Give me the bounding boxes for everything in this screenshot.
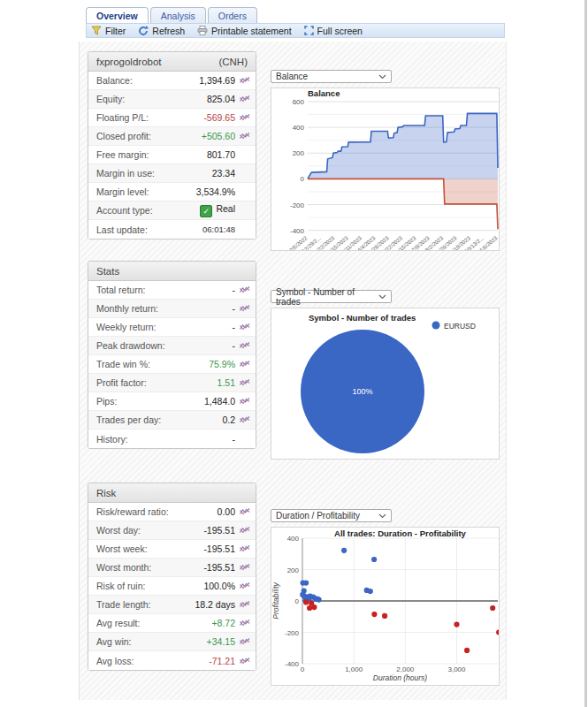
stat-row-floating-p-l: Floating P/L:-569.65: [88, 109, 256, 127]
sparkline-icon[interactable]: [240, 378, 250, 387]
stats-panel-title: Stats: [96, 266, 119, 277]
sparkline-icon[interactable]: [240, 637, 250, 646]
stat-row-worst-month: Worst month:-195.51: [88, 559, 256, 577]
sparkline-icon[interactable]: [240, 544, 250, 553]
full-screen-button[interactable]: Full screen: [304, 26, 363, 36]
stat-label: Risk of ruin:: [96, 581, 145, 591]
stat-label: Floating P/L:: [96, 112, 149, 123]
stat-value: 825.04: [125, 94, 235, 104]
sparkline-icon[interactable]: [240, 76, 250, 85]
svg-text:-400: -400: [285, 660, 300, 668]
stat-row-worst-week: Worst week:-195.51: [88, 540, 256, 559]
stat-row-account-type: Account type:✓Real: [88, 201, 256, 220]
stat-value: -71.21: [134, 656, 235, 666]
stat-label: Avg win:: [96, 636, 132, 647]
stat-value: 3,534.9%: [149, 186, 235, 197]
refresh-button[interactable]: Refresh: [138, 26, 185, 36]
stat-row-trade-length: Trade length:18.2 days: [88, 596, 256, 614]
balance-chart-select[interactable]: Balance: [271, 70, 392, 83]
balance-chart-card: -400-2000200400600Balance12/5/202212/29/…: [271, 87, 500, 251]
printable-statement-button[interactable]: Printable statement: [197, 26, 291, 36]
stat-value: -569.65: [149, 112, 235, 123]
chevron-down-icon: [378, 292, 386, 301]
stat-value: 1.51: [147, 377, 235, 388]
svg-text:-400: -400: [290, 227, 305, 235]
stat-label: Worst day:: [96, 525, 141, 536]
stat-label: Balance:: [96, 75, 133, 86]
checked-checkbox-icon: ✓: [200, 205, 212, 217]
symbol-chart-select[interactable]: Symbol - Number of trades: [271, 290, 392, 303]
stat-row-weekly-return: Weekly return:-: [88, 318, 256, 337]
symbol-pie-card: Symbol - Number of tradesEURUSD100%: [271, 308, 500, 460]
stat-value: 0.00: [169, 506, 235, 517]
stat-label: Last update:: [96, 224, 148, 235]
balance-chart: -400-2000200400600Balance12/5/202212/29/…: [271, 88, 499, 250]
filter-button[interactable]: Filter: [91, 26, 126, 36]
sparkline-icon[interactable]: [240, 619, 250, 627]
svg-text:1,000: 1,000: [345, 665, 363, 673]
toolbar-item-label: Filter: [105, 26, 126, 36]
stat-value: +8.72: [140, 618, 235, 628]
stats-panel: Stats Total return:-Monthly return:-Week…: [88, 261, 256, 449]
stat-value: -: [158, 303, 235, 314]
sparkline-icon[interactable]: [240, 304, 250, 313]
stat-row-avg-win: Avg win:+34.15: [88, 633, 256, 651]
sparkline-icon[interactable]: [240, 507, 250, 516]
account-panel-header: fxprogoldrobot (CNH): [88, 52, 256, 72]
stat-value: -: [128, 434, 235, 445]
sparkline-icon[interactable]: [240, 600, 250, 609]
svg-text:100%: 100%: [352, 387, 372, 396]
stat-value: 06:01:48: [148, 224, 235, 234]
sparkline-icon[interactable]: [240, 132, 250, 141]
stat-label: Weekly return:: [96, 322, 157, 332]
balance-chart-select-value: Balance: [276, 72, 308, 81]
sparkline-icon[interactable]: [240, 113, 250, 122]
tab-orders[interactable]: Orders: [208, 7, 257, 23]
stat-row-margin-in-use: Margin in use:23.34: [88, 164, 256, 183]
sparkline-icon[interactable]: [240, 360, 250, 369]
stats-panel-header: Stats: [88, 262, 256, 281]
stat-row-last-update: Last update:06:01:48: [88, 220, 256, 239]
account-name: fxprogoldrobot: [96, 57, 162, 67]
sparkline-icon[interactable]: [240, 415, 250, 424]
svg-text:Duration (hours): Duration (hours): [373, 673, 428, 682]
scrollbar[interactable]: [584, 0, 587, 707]
tab-overview[interactable]: Overview: [86, 7, 149, 23]
svg-text:Balance: Balance: [308, 88, 340, 98]
svg-text:200: 200: [293, 149, 305, 157]
sparkline-icon[interactable]: [240, 285, 250, 294]
stat-label: Peak drawdown:: [96, 340, 165, 351]
filter-icon: [91, 26, 102, 35]
sparkline-icon[interactable]: [240, 397, 250, 406]
tab-analysis[interactable]: Analysis: [150, 7, 206, 23]
sparkline-icon[interactable]: [240, 657, 250, 665]
stat-row-balance: Balance:1,394.69: [88, 72, 256, 90]
svg-text:3,000: 3,000: [447, 665, 466, 673]
svg-text:-200: -200: [290, 201, 305, 209]
stat-value: 100.0%: [145, 581, 235, 591]
account-currency: (CNH): [218, 57, 248, 67]
sparkline-icon[interactable]: [240, 526, 250, 535]
stat-label: Account type:: [96, 205, 153, 216]
toolbar-item-label: Printable statement: [211, 26, 291, 36]
sparkline-icon[interactable]: [240, 582, 250, 590]
stat-value: -195.51: [148, 544, 235, 554]
sparkline-icon[interactable]: [240, 341, 250, 350]
sparkline-icon[interactable]: [240, 563, 250, 572]
stat-value: 18.2 days: [150, 599, 235, 610]
stat-row-avg-loss: Avg loss:-71.21: [88, 651, 256, 670]
sparkline-icon[interactable]: [240, 323, 250, 331]
refresh-icon: [138, 26, 149, 36]
svg-text:-200: -200: [285, 629, 300, 637]
sparkline-icon[interactable]: [240, 95, 250, 103]
stat-label: Pips:: [96, 396, 117, 407]
stat-row-history: History:-: [88, 430, 256, 448]
stat-value: 801.70: [149, 149, 235, 160]
stat-value: 1,394.69: [133, 75, 235, 86]
stat-value: ✓Real: [153, 203, 235, 217]
symbol-chart-select-value: Symbol - Number of trades: [276, 287, 378, 307]
duration-chart-select[interactable]: Duration / Profitability: [271, 509, 392, 522]
stat-label: Margin level:: [96, 186, 149, 197]
stat-value: 23.34: [155, 168, 235, 179]
stat-label: Profit factor:: [96, 377, 147, 388]
